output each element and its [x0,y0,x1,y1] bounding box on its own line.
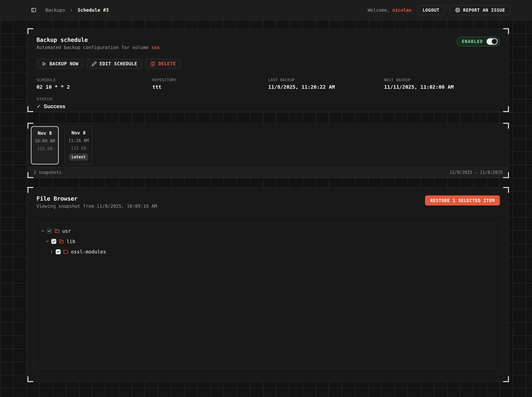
field-last-backup: LAST BACKUP 11/8/2025, 11:26:22 AM [268,78,384,90]
top-bar: Backups Schedule #3 Welcome, nicolas LOG… [0,0,532,20]
snapshot-size: 133 KB [71,146,86,151]
volume-name: sss [152,45,160,50]
snapshots-panel: Nov 8 10:09 AM 133 KB Nov 8 11:26 AM 133… [28,123,509,178]
tree-label: usr [62,228,71,234]
breadcrumb-section[interactable]: Backups [45,7,65,13]
check-icon: ✓ [37,104,41,110]
corner-bracket [27,376,33,382]
sidebar-toggle-button[interactable] [31,7,36,13]
chevron-down-icon[interactable] [45,239,49,243]
snapshot-date-range: 11/8/2025 – 11/8/2025 [450,170,503,175]
field-value: 11/8/2025, 11:26:22 AM [268,84,384,90]
report-issue-button[interactable]: REPORT AN ISSUE [450,5,510,15]
logout-button[interactable]: LOGOUT [418,5,445,15]
corner-bracket [27,28,33,34]
folder-open-icon [55,229,60,234]
corner-bracket [503,187,509,193]
field-value: 02 10 * * 2 [37,84,152,90]
tree-row-lib[interactable]: lib [34,236,502,247]
corner-bracket [27,123,33,129]
file-tree: usr lib ossl-modules [33,223,503,368]
chevron-down-icon[interactable] [41,229,45,233]
restore-button[interactable]: RESTORE 1 SELECTED ITEM [425,195,500,205]
field-schedule: SCHEDULE 02 10 * * 2 [37,78,152,90]
field-value: ttt [152,84,268,90]
corner-bracket [27,187,33,193]
corner-bracket [27,172,33,178]
field-status: STATUS ✓ Success [37,97,500,110]
breadcrumb-current-page: Schedule #3 [78,7,109,13]
field-label: STATUS [37,97,500,101]
play-icon [41,61,47,67]
trash-icon [150,61,155,67]
chevron-right-icon[interactable] [50,250,54,254]
field-label: REPOSITORY [152,78,268,82]
field-next-backup: NEXT BACKUP 11/11/2025, 11:02:00 AM [384,78,500,90]
field-label: LAST BACKUP [268,78,384,82]
status-value: ✓ Success [37,103,500,110]
tree-row-ossl-modules[interactable]: ossl-modules [34,247,502,257]
enabled-toggle[interactable]: ENABLED [456,37,500,46]
latest-badge: Latest [69,153,88,161]
tree-row-usr[interactable]: usr [34,226,502,236]
corner-bracket [503,28,509,34]
corner-bracket [503,123,509,129]
snapshot-date: Nov 8 [38,130,52,136]
snapshot-date: Nov 8 [71,130,86,136]
snapshot-card-selected[interactable]: Nov 8 10:09 AM 133 KB [31,126,59,164]
file-browser-title: File Browser [37,195,157,202]
folder-open-icon [59,239,64,244]
delete-button[interactable]: DELETE [146,59,181,69]
welcome-text: Welcome, nicolas [368,7,412,13]
corner-bracket [503,106,509,112]
snapshot-card-latest[interactable]: Nov 8 11:26 AM 133 KB Latest [65,126,93,164]
lifebuoy-icon [455,7,460,13]
backup-now-button[interactable]: BACKUP NOW [37,59,83,69]
toggle-knob [492,39,497,44]
corner-bracket [27,106,33,112]
username: nicolas [393,7,412,13]
corner-bracket [503,172,509,178]
tree-label: lib [67,239,75,244]
panel-subtitle: Automated backup configuration for volum… [37,45,160,50]
breadcrumb: Backups Schedule #3 [45,7,109,13]
field-label: NEXT BACKUP [384,78,500,82]
file-browser-panel: File Browser Viewing snapshot from 11/8/… [28,187,509,382]
panel-left-icon [31,7,36,13]
snapshots-footer: 2 snapshots 11/8/2025 – 11/8/2025 [28,167,508,177]
field-label: SCHEDULE [37,78,152,82]
corner-bracket [503,376,509,382]
checkbox-usr[interactable] [47,229,52,234]
checkbox-ossl-modules[interactable] [56,249,61,254]
field-repository: REPOSITORY ttt [152,78,268,90]
snapshot-time: 11:26 AM [68,138,89,143]
folder-icon [63,249,68,254]
snapshot-size: 133 KB [37,146,52,151]
field-value: 11/11/2025, 11:02:00 AM [384,84,500,90]
panel-title: Backup schedule [37,37,160,43]
enabled-label: ENABLED [462,39,483,44]
toggle-switch[interactable] [487,38,498,45]
file-browser-subtitle: Viewing snapshot from 11/8/2025, 10:09:1… [37,204,157,209]
backup-schedule-panel: Backup schedule Automated backup configu… [28,29,509,112]
snapshot-time: 10:09 AM [35,138,55,143]
chevron-right-icon [70,8,73,12]
tree-label: ossl-modules [71,249,106,254]
snapshot-count: 2 snapshots [34,170,62,175]
edit-schedule-button[interactable]: EDIT SCHEDULE [87,59,142,69]
checkbox-lib[interactable] [51,239,56,244]
pencil-icon [92,61,97,67]
